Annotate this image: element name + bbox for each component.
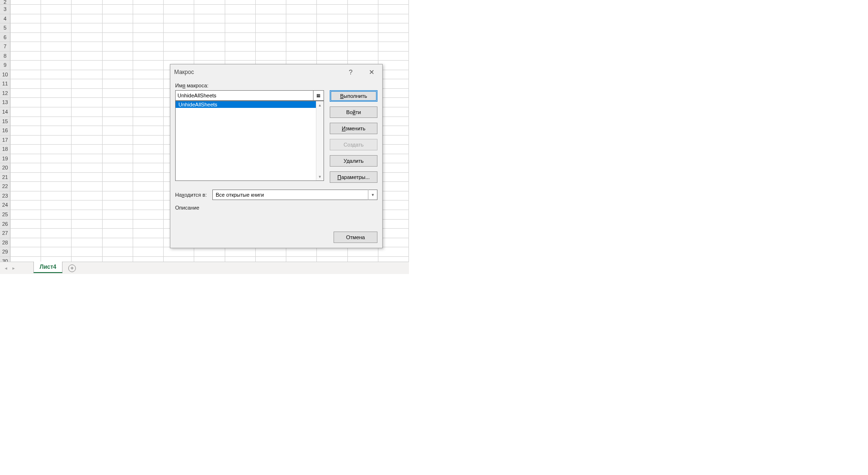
cell[interactable] xyxy=(72,238,102,247)
cell[interactable] xyxy=(317,5,347,14)
cell[interactable] xyxy=(378,229,409,238)
cell[interactable] xyxy=(194,257,225,262)
cell[interactable] xyxy=(225,42,256,51)
cell[interactable] xyxy=(378,136,409,145)
cell[interactable] xyxy=(133,98,164,107)
cell[interactable] xyxy=(103,229,133,238)
cell[interactable] xyxy=(164,14,194,23)
cell[interactable] xyxy=(225,5,256,14)
cell[interactable] xyxy=(72,163,102,172)
cell[interactable] xyxy=(348,5,378,14)
edit-button[interactable]: Изменить xyxy=(330,123,377,134)
cell[interactable] xyxy=(41,154,72,163)
cell[interactable] xyxy=(133,257,164,262)
cell[interactable] xyxy=(225,52,256,61)
cell[interactable] xyxy=(133,52,164,61)
cell[interactable] xyxy=(378,191,409,201)
cell[interactable] xyxy=(41,23,72,32)
run-button[interactable]: Выполнить xyxy=(330,90,377,102)
cell[interactable] xyxy=(103,191,133,201)
cell[interactable] xyxy=(378,257,409,262)
cell[interactable] xyxy=(164,33,194,42)
cell[interactable] xyxy=(103,145,133,154)
row-header[interactable]: 5 xyxy=(0,23,10,33)
cell[interactable] xyxy=(378,163,409,172)
cell[interactable] xyxy=(378,0,409,4)
cell[interactable] xyxy=(103,5,133,14)
cell[interactable] xyxy=(133,145,164,154)
cell[interactable] xyxy=(103,42,133,51)
cell[interactable] xyxy=(256,33,286,42)
cell[interactable] xyxy=(256,5,286,14)
cell[interactable] xyxy=(194,5,225,14)
cell[interactable] xyxy=(10,33,41,42)
cell[interactable] xyxy=(72,191,102,201)
sheet-tab-active[interactable]: Лист4 xyxy=(33,262,63,273)
cell[interactable] xyxy=(10,201,41,210)
row-header[interactable]: 13 xyxy=(0,98,10,107)
cell[interactable] xyxy=(41,126,72,135)
cell[interactable] xyxy=(256,247,286,256)
row-header[interactable]: 7 xyxy=(0,42,10,52)
cell[interactable] xyxy=(256,14,286,23)
cell[interactable] xyxy=(41,14,72,23)
cell[interactable] xyxy=(72,0,102,4)
cell[interactable] xyxy=(103,257,133,262)
cell[interactable] xyxy=(256,42,286,51)
cell[interactable] xyxy=(10,229,41,238)
cell[interactable] xyxy=(133,210,164,219)
cell[interactable] xyxy=(72,154,102,163)
cell[interactable] xyxy=(378,107,409,116)
cell[interactable] xyxy=(286,14,317,23)
cell[interactable] xyxy=(317,23,347,32)
cell[interactable] xyxy=(256,257,286,262)
cell[interactable] xyxy=(378,23,409,32)
cell[interactable] xyxy=(378,247,409,256)
cell[interactable] xyxy=(103,136,133,145)
cell[interactable] xyxy=(133,201,164,210)
cell[interactable] xyxy=(103,98,133,107)
cell[interactable] xyxy=(10,136,41,145)
cell[interactable] xyxy=(133,173,164,182)
cell[interactable] xyxy=(164,23,194,32)
cell[interactable] xyxy=(194,33,225,42)
cell[interactable] xyxy=(378,89,409,98)
cell[interactable] xyxy=(286,33,317,42)
cell[interactable] xyxy=(164,42,194,51)
cell[interactable] xyxy=(10,89,41,98)
cell[interactable] xyxy=(41,89,72,98)
cell[interactable] xyxy=(72,52,102,61)
cell[interactable] xyxy=(10,145,41,154)
cell[interactable] xyxy=(10,5,41,14)
cell[interactable] xyxy=(41,79,72,88)
cell[interactable] xyxy=(103,107,133,116)
cell[interactable] xyxy=(378,126,409,135)
listbox-scrollbar[interactable]: ▴ ▾ xyxy=(316,101,324,180)
cell[interactable] xyxy=(378,33,409,42)
cell[interactable] xyxy=(133,136,164,145)
cell[interactable] xyxy=(133,117,164,126)
cell[interactable] xyxy=(133,163,164,172)
row-header[interactable]: 19 xyxy=(0,154,10,164)
cell[interactable] xyxy=(41,229,72,238)
row-header[interactable]: 30 xyxy=(0,257,10,262)
cell[interactable] xyxy=(10,173,41,182)
row-header[interactable]: 2 xyxy=(0,0,10,5)
cell[interactable] xyxy=(103,238,133,247)
cell[interactable] xyxy=(41,0,72,4)
cell[interactable] xyxy=(133,70,164,79)
cell[interactable] xyxy=(256,52,286,61)
cell[interactable] xyxy=(133,154,164,163)
cell[interactable] xyxy=(378,182,409,191)
cell[interactable] xyxy=(10,61,41,70)
cell[interactable] xyxy=(133,238,164,247)
step-into-button[interactable]: Войти xyxy=(330,106,377,118)
cell[interactable] xyxy=(286,52,317,61)
cell[interactable] xyxy=(41,163,72,172)
cell[interactable] xyxy=(317,247,347,256)
cell[interactable] xyxy=(10,42,41,51)
cell[interactable] xyxy=(10,182,41,191)
cell[interactable] xyxy=(103,14,133,23)
cell[interactable] xyxy=(194,52,225,61)
cell[interactable] xyxy=(72,247,102,256)
